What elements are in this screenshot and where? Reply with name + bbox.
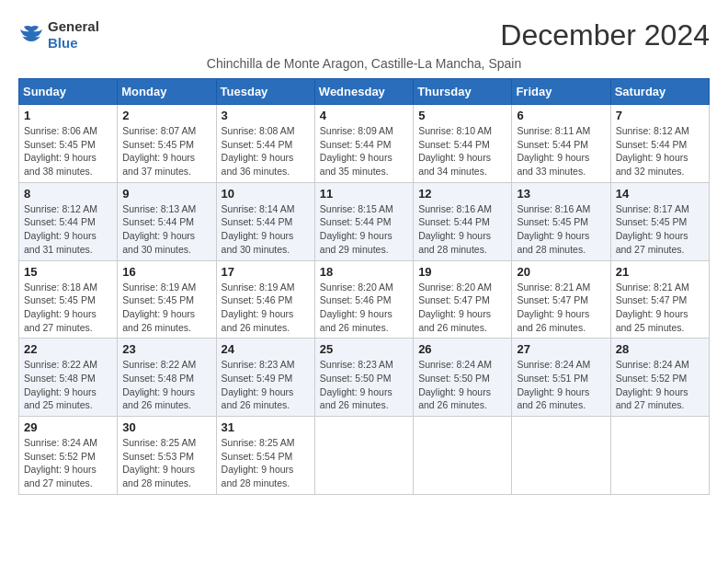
table-row: 21 Sunrise: 8:21 AM Sunset: 5:47 PM Dayl… (610, 260, 709, 339)
header-friday: Friday (512, 79, 610, 105)
calendar-row: 8 Sunrise: 8:12 AM Sunset: 5:44 PM Dayli… (19, 182, 710, 260)
table-row (414, 417, 512, 495)
calendar-row: 15 Sunrise: 8:18 AM Sunset: 5:45 PM Dayl… (19, 260, 710, 339)
day-number: 29 (24, 420, 112, 434)
day-info: Sunrise: 8:24 AM Sunset: 5:52 PM Dayligh… (24, 436, 112, 490)
table-row: 20 Sunrise: 8:21 AM Sunset: 5:47 PM Dayl… (512, 260, 610, 339)
day-number: 26 (418, 342, 506, 356)
day-number: 16 (122, 265, 210, 279)
day-info: Sunrise: 8:14 AM Sunset: 5:44 PM Dayligh… (222, 202, 310, 257)
table-row (314, 417, 413, 495)
header-saturday: Saturday (610, 79, 709, 105)
day-info: Sunrise: 8:23 AM Sunset: 5:49 PM Dayligh… (222, 358, 310, 412)
table-row: 26 Sunrise: 8:24 AM Sunset: 5:50 PM Dayl… (414, 339, 512, 417)
table-row: 8 Sunrise: 8:12 AM Sunset: 5:44 PM Dayli… (19, 182, 118, 260)
header-monday: Monday (118, 79, 216, 105)
day-info: Sunrise: 8:25 AM Sunset: 5:54 PM Dayligh… (222, 436, 310, 490)
day-number: 7 (616, 109, 704, 122)
table-row: 24 Sunrise: 8:23 AM Sunset: 5:49 PM Dayl… (216, 339, 314, 417)
logo-blue: Blue (48, 35, 78, 51)
calendar-title: December 2024 (500, 18, 710, 52)
table-row: 3 Sunrise: 8:08 AM Sunset: 5:44 PM Dayli… (216, 105, 314, 183)
day-info: Sunrise: 8:18 AM Sunset: 5:45 PM Dayligh… (24, 281, 112, 335)
day-number: 11 (320, 187, 408, 201)
day-number: 6 (517, 109, 605, 122)
day-number: 9 (122, 187, 210, 201)
day-number: 21 (616, 265, 704, 279)
day-number: 12 (418, 187, 506, 201)
day-info: Sunrise: 8:15 AM Sunset: 5:44 PM Dayligh… (320, 202, 408, 257)
day-info: Sunrise: 8:21 AM Sunset: 5:47 PM Dayligh… (616, 281, 704, 335)
day-number: 18 (320, 265, 408, 279)
day-info: Sunrise: 8:24 AM Sunset: 5:51 PM Dayligh… (517, 358, 605, 412)
table-row: 30 Sunrise: 8:25 AM Sunset: 5:53 PM Dayl… (118, 417, 216, 495)
day-number: 30 (122, 420, 210, 434)
table-row: 14 Sunrise: 8:17 AM Sunset: 5:45 PM Dayl… (610, 182, 709, 260)
logo-general: General (48, 18, 99, 34)
table-row: 17 Sunrise: 8:19 AM Sunset: 5:46 PM Dayl… (216, 260, 314, 339)
calendar-row: 29 Sunrise: 8:24 AM Sunset: 5:52 PM Dayl… (19, 417, 710, 495)
table-row: 19 Sunrise: 8:20 AM Sunset: 5:47 PM Dayl… (414, 260, 512, 339)
day-number: 1 (24, 109, 112, 122)
day-number: 4 (320, 109, 408, 122)
table-row: 9 Sunrise: 8:13 AM Sunset: 5:44 PM Dayli… (118, 182, 216, 260)
calendar-table: Sunday Monday Tuesday Wednesday Thursday… (18, 78, 710, 495)
day-number: 14 (616, 187, 704, 201)
table-row: 22 Sunrise: 8:22 AM Sunset: 5:48 PM Dayl… (19, 339, 118, 417)
day-info: Sunrise: 8:06 AM Sunset: 5:45 PM Dayligh… (24, 124, 112, 178)
table-row: 4 Sunrise: 8:09 AM Sunset: 5:44 PM Dayli… (314, 105, 413, 183)
day-info: Sunrise: 8:16 AM Sunset: 5:45 PM Dayligh… (517, 202, 605, 257)
day-number: 23 (122, 342, 210, 356)
table-row: 29 Sunrise: 8:24 AM Sunset: 5:52 PM Dayl… (19, 417, 118, 495)
day-info: Sunrise: 8:21 AM Sunset: 5:47 PM Dayligh… (517, 281, 605, 335)
day-number: 2 (122, 109, 210, 122)
day-number: 19 (418, 265, 506, 279)
table-row: 18 Sunrise: 8:20 AM Sunset: 5:46 PM Dayl… (314, 260, 413, 339)
day-number: 31 (222, 420, 310, 434)
day-number: 8 (24, 187, 112, 201)
table-row: 10 Sunrise: 8:14 AM Sunset: 5:44 PM Dayl… (216, 182, 314, 260)
calendar-row: 1 Sunrise: 8:06 AM Sunset: 5:45 PM Dayli… (19, 105, 710, 183)
bird-icon (18, 25, 44, 45)
table-row: 25 Sunrise: 8:23 AM Sunset: 5:50 PM Dayl… (314, 339, 413, 417)
day-info: Sunrise: 8:12 AM Sunset: 5:44 PM Dayligh… (616, 124, 704, 178)
header: General Blue December 2024 Chinchilla de… (18, 18, 710, 71)
day-info: Sunrise: 8:13 AM Sunset: 5:44 PM Dayligh… (122, 202, 210, 257)
table-row: 15 Sunrise: 8:18 AM Sunset: 5:45 PM Dayl… (19, 260, 118, 339)
day-number: 3 (222, 109, 310, 122)
table-row (512, 417, 610, 495)
table-row: 28 Sunrise: 8:24 AM Sunset: 5:52 PM Dayl… (610, 339, 709, 417)
day-info: Sunrise: 8:17 AM Sunset: 5:45 PM Dayligh… (616, 202, 704, 257)
calendar-row: 22 Sunrise: 8:22 AM Sunset: 5:48 PM Dayl… (19, 339, 710, 417)
day-info: Sunrise: 8:22 AM Sunset: 5:48 PM Dayligh… (122, 358, 210, 412)
table-row (610, 417, 709, 495)
header-sunday: Sunday (19, 79, 118, 105)
day-number: 15 (24, 265, 112, 279)
day-info: Sunrise: 8:09 AM Sunset: 5:44 PM Dayligh… (320, 124, 408, 178)
calendar-header-row: Sunday Monday Tuesday Wednesday Thursday… (19, 79, 710, 105)
day-number: 28 (616, 342, 704, 356)
table-row: 12 Sunrise: 8:16 AM Sunset: 5:44 PM Dayl… (414, 182, 512, 260)
day-info: Sunrise: 8:08 AM Sunset: 5:44 PM Dayligh… (222, 124, 310, 178)
table-row: 6 Sunrise: 8:11 AM Sunset: 5:44 PM Dayli… (512, 105, 610, 183)
day-info: Sunrise: 8:11 AM Sunset: 5:44 PM Dayligh… (517, 124, 605, 178)
day-number: 13 (517, 187, 605, 201)
table-row: 11 Sunrise: 8:15 AM Sunset: 5:44 PM Dayl… (314, 182, 413, 260)
header-tuesday: Tuesday (216, 79, 314, 105)
day-info: Sunrise: 8:16 AM Sunset: 5:44 PM Dayligh… (418, 202, 506, 257)
day-info: Sunrise: 8:19 AM Sunset: 5:46 PM Dayligh… (222, 281, 310, 335)
calendar-subtitle: Chinchilla de Monte Aragon, Castille-La … (18, 56, 710, 71)
day-number: 20 (517, 265, 605, 279)
table-row: 13 Sunrise: 8:16 AM Sunset: 5:45 PM Dayl… (512, 182, 610, 260)
day-info: Sunrise: 8:07 AM Sunset: 5:45 PM Dayligh… (122, 124, 210, 178)
table-row: 7 Sunrise: 8:12 AM Sunset: 5:44 PM Dayli… (610, 105, 709, 183)
table-row: 2 Sunrise: 8:07 AM Sunset: 5:45 PM Dayli… (118, 105, 216, 183)
day-info: Sunrise: 8:23 AM Sunset: 5:50 PM Dayligh… (320, 358, 408, 412)
day-number: 5 (418, 109, 506, 122)
day-info: Sunrise: 8:24 AM Sunset: 5:50 PM Dayligh… (418, 358, 506, 412)
day-info: Sunrise: 8:20 AM Sunset: 5:46 PM Dayligh… (320, 281, 408, 335)
day-number: 27 (517, 342, 605, 356)
logo: General Blue (18, 18, 99, 52)
day-info: Sunrise: 8:20 AM Sunset: 5:47 PM Dayligh… (418, 281, 506, 335)
day-number: 17 (222, 265, 310, 279)
